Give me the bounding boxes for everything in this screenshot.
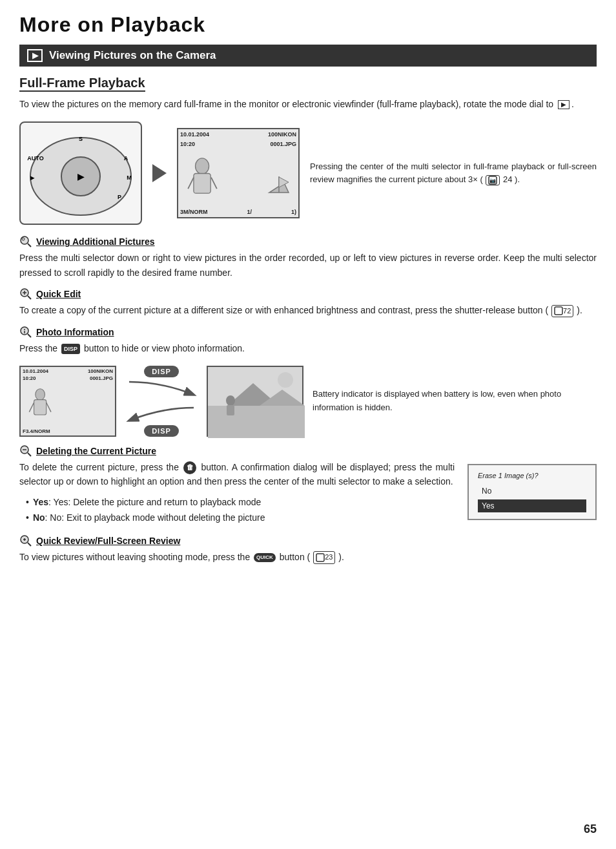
quick-edit-heading: Quick Edit <box>19 288 597 300</box>
disp-arrows-container: DISP <box>116 366 207 437</box>
top-arrow-svg <box>123 379 200 398</box>
main-title: More on Playback <box>19 13 597 37</box>
svg-line-22 <box>28 296 31 299</box>
photo-info-section: Photo Information Press the DISP button … <box>19 326 597 437</box>
svg-rect-49 <box>316 554 324 561</box>
erase-options: No Yes <box>478 485 586 512</box>
svg-line-32 <box>29 403 34 412</box>
full-frame-title: Full-Frame Playback <box>19 76 145 92</box>
lcd-header: 10.01.2004 100NIKON <box>180 131 296 138</box>
camera-dial-svg: S A M P AUTO ▶ ▶ <box>26 128 136 218</box>
svg-line-19 <box>28 244 31 247</box>
svg-text:▶: ▶ <box>77 172 85 182</box>
bullet-yes: • Yes: Yes: Delete the picture and retur… <box>26 496 455 509</box>
viewing-additional-section: Viewing Additional Pictures Press the mu… <box>19 235 597 280</box>
svg-text:▶: ▶ <box>30 175 35 181</box>
delete-icon <box>19 445 32 457</box>
disp-person-svg <box>26 388 55 424</box>
deleting-section: Deleting the Current Picture To delete t… <box>19 445 597 527</box>
lcd-preview: 10.01.2004 100NIKON 10:20 0001.JPG <box>177 128 300 218</box>
viewing-additional-body: Press the multi selector down or right t… <box>19 251 597 280</box>
lcd-footer: 3M/NORM 1/ 1) <box>180 209 296 215</box>
svg-rect-36 <box>208 406 305 438</box>
svg-line-11 <box>188 178 194 189</box>
bottom-arrow-svg <box>123 404 200 424</box>
photo-info-icon <box>19 326 32 339</box>
quick-edit-icon <box>19 288 32 300</box>
svg-line-46 <box>28 543 31 546</box>
delete-bottom-row: To delete the current picture, press the… <box>19 460 597 527</box>
disp-flow-diagram: 10.01.2004 100NIKON 10:20 0001.JPG F3.4/… <box>19 366 597 437</box>
disp-btn-2: DISP <box>144 425 179 437</box>
ref-24: 📷 <box>486 175 500 185</box>
ref-72: 72 <box>551 305 573 318</box>
svg-line-27 <box>28 334 31 337</box>
viewing-additional-heading: Viewing Additional Pictures <box>19 235 597 248</box>
trash-icon: 🗑 <box>183 461 196 474</box>
svg-point-40 <box>226 395 235 406</box>
svg-line-12 <box>211 178 217 189</box>
svg-point-9 <box>196 158 209 174</box>
bullet-no: • No: No: Exit to playback mode without … <box>26 511 455 525</box>
magnifier-icon <box>19 235 32 248</box>
quick-review-heading: Quick Review/Full-Screen Review <box>19 534 597 547</box>
svg-text:M: M <box>127 174 132 181</box>
full-frame-section: Full-Frame Playback To view the pictures… <box>19 76 597 225</box>
svg-text:S: S <box>79 136 83 142</box>
delete-text-area: To delete the current picture, press the… <box>19 460 455 527</box>
landscape-svg <box>208 367 305 438</box>
svg-point-18 <box>21 236 28 244</box>
svg-text:P: P <box>118 194 121 200</box>
page-number: 65 <box>584 823 597 836</box>
section-header-title: Viewing Pictures on the Camera <box>49 49 216 62</box>
svg-text:📷: 📷 <box>489 177 496 183</box>
svg-line-43 <box>28 453 31 456</box>
photo-info-body: Press the DISP button to hide or view ph… <box>19 341 597 355</box>
quick-edit-section: Quick Edit To create a copy of the curre… <box>19 288 597 317</box>
photo-info-heading: Photo Information <box>19 326 597 339</box>
erase-dialog: Erase 1 Image (s)? No Yes <box>467 464 597 520</box>
erase-option-yes: Yes <box>478 499 586 512</box>
deleting-heading: Deleting the Current Picture <box>19 445 597 457</box>
playback-icon: ▶ <box>27 49 43 62</box>
battery-description: Battery indicator is displayed when batt… <box>313 388 597 415</box>
camera-diagram-row: S A M P AUTO ▶ ▶ 10.01.2004 100NIKON 10:… <box>19 121 597 225</box>
camera-illustration: S A M P AUTO ▶ ▶ <box>19 121 142 225</box>
ref-23: 23 <box>313 551 335 564</box>
mode-dial-icon: ▶ <box>558 100 570 109</box>
svg-rect-31 <box>34 400 46 415</box>
svg-point-30 <box>36 389 45 401</box>
arrow-diagram <box>152 164 167 182</box>
boat-svg <box>266 173 292 199</box>
quick-review-icon <box>19 534 32 547</box>
person-svg <box>185 158 220 203</box>
svg-point-39 <box>278 372 293 388</box>
full-frame-body: To view the pictures on the memory card … <box>19 97 597 111</box>
quick-review-body: To view pictures without leaving shootin… <box>19 550 597 564</box>
erase-dialog-title: Erase 1 Image (s)? <box>478 472 586 479</box>
lcd-description: Pressing the center of the multi selecto… <box>310 160 597 187</box>
svg-line-33 <box>46 403 51 412</box>
disp-left-lcd: 10.01.2004 100NIKON 10:20 0001.JPG F3.4/… <box>19 366 116 437</box>
section-header: ▶ Viewing Pictures on the Camera <box>19 45 597 67</box>
disp-inline-icon: DISP <box>61 344 80 354</box>
quick-review-section: Quick Review/Full-Screen Review To view … <box>19 534 597 564</box>
svg-text:A: A <box>124 155 128 162</box>
quick-edit-body: To create a copy of the current picture … <box>19 303 597 317</box>
disp-btn-1: DISP <box>144 366 179 377</box>
svg-rect-41 <box>227 405 234 415</box>
svg-rect-25 <box>555 307 562 315</box>
quick-inline-icon: QUICK <box>254 553 276 563</box>
svg-text:AUTO: AUTO <box>27 155 43 162</box>
svg-rect-10 <box>194 174 210 194</box>
erase-option-no: No <box>478 485 586 498</box>
disp-right-lcd <box>207 366 303 437</box>
